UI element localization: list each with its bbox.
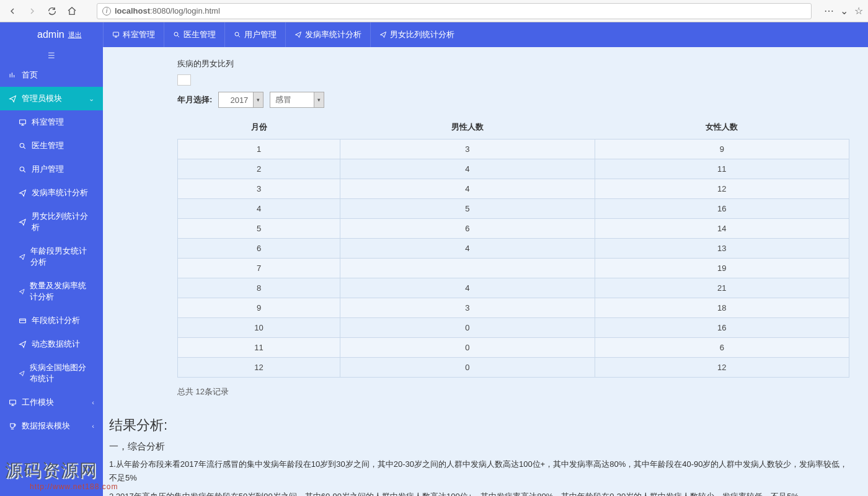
analysis-heading: 结果分析: xyxy=(109,416,849,435)
cell-male: 5 xyxy=(340,199,595,219)
cell-male: 4 xyxy=(340,239,595,259)
tab-发病率统计分析[interactable]: 发病率统计分析 xyxy=(285,22,370,47)
sidebar: ☰ 首页管理员模块⌄科室管理医生管理用户管理发病率统计分析男女比列统计分析年龄段… xyxy=(0,47,103,496)
send-icon xyxy=(379,31,387,38)
sidebar-item-工作模块[interactable]: 工作模块‹ xyxy=(0,391,103,414)
search-icon xyxy=(173,31,180,38)
sidebar-item-数据报表模块[interactable]: 数据报表模块‹ xyxy=(0,414,103,438)
cell-female: 12 xyxy=(595,358,849,378)
logout-link[interactable]: 退出 xyxy=(68,30,82,40)
cell-month: 1 xyxy=(178,140,340,159)
more-icon[interactable]: ⋯ xyxy=(824,5,834,17)
data-table: 月份男性人数女性人数 13924113412451656146413719842… xyxy=(177,115,849,378)
cell-female: 16 xyxy=(595,199,849,219)
send-icon xyxy=(294,31,302,38)
disease-input[interactable] xyxy=(270,95,314,105)
tab-科室管理[interactable]: 科室管理 xyxy=(103,22,164,47)
column-header: 月份 xyxy=(178,115,340,140)
table-row: 5614 xyxy=(178,219,849,239)
disease-select[interactable]: ▾ xyxy=(270,92,324,108)
cell-month: 7 xyxy=(178,259,340,278)
year-input[interactable] xyxy=(219,95,253,105)
sidebar-item-疾病全国地图分布统计[interactable]: 疾病全国地图分布统计 xyxy=(0,356,103,391)
cell-month: 2 xyxy=(178,159,340,179)
tab-用户管理[interactable]: 用户管理 xyxy=(224,22,285,47)
send-icon xyxy=(19,189,27,197)
browser-chrome: i localhost:8080/log/login.html ⋯ ⌄ ☆ xyxy=(0,0,868,22)
analysis-text: 2.2017年高血压的集中发病年龄段在50岁到90岁之间，其中60-90岁之间的… xyxy=(109,490,849,496)
chevron-icon: ⌄ xyxy=(89,95,94,103)
send-icon xyxy=(19,288,25,296)
sidebar-item-数量及发病率统计分析[interactable]: 数量及发病率统计分析 xyxy=(0,274,103,309)
cell-female: 9 xyxy=(595,140,849,159)
search-icon xyxy=(19,166,27,174)
send-icon xyxy=(19,370,25,378)
send-icon xyxy=(19,340,27,348)
tab-男女比列统计分析[interactable]: 男女比列统计分析 xyxy=(370,22,463,47)
cell-male: 3 xyxy=(340,298,595,318)
cell-female: 19 xyxy=(595,259,849,278)
sidebar-item-年段统计分析[interactable]: 年段统计分析 xyxy=(0,309,103,332)
panel-title: 疾病的男女比列 xyxy=(177,58,849,69)
cell-month: 3 xyxy=(178,179,340,199)
sidebar-item-管理员模块[interactable]: 管理员模块⌄ xyxy=(0,87,103,110)
sidebar-item-医生管理[interactable]: 医生管理 xyxy=(0,134,103,157)
search-icon xyxy=(19,142,27,150)
cell-month: 4 xyxy=(178,199,340,219)
table-row: 12012 xyxy=(178,358,849,378)
monitor-icon xyxy=(19,118,27,126)
table-row: 8421 xyxy=(178,278,849,298)
monitor-icon xyxy=(112,31,120,38)
url-bar[interactable]: i localhost:8080/log/login.html xyxy=(97,3,812,19)
cell-female: 6 xyxy=(595,338,849,358)
table-row: 3412 xyxy=(178,179,849,199)
chart-icon xyxy=(9,71,17,79)
cell-month: 5 xyxy=(178,219,340,239)
table-row: 2411 xyxy=(178,159,849,179)
cell-female: 13 xyxy=(595,239,849,259)
cell-month: 10 xyxy=(178,318,340,338)
cell-male: 3 xyxy=(340,140,595,159)
cell-month: 9 xyxy=(178,298,340,318)
filter-row: 年月选择: ▾ ▾ xyxy=(177,92,849,108)
send-icon xyxy=(19,218,27,226)
year-select[interactable]: ▾ xyxy=(218,92,264,108)
sidebar-item-男女比列统计分析[interactable]: 男女比列统计分析 xyxy=(0,205,103,239)
sidebar-item-年龄段男女统计分析[interactable]: 年龄段男女统计分析 xyxy=(0,239,103,274)
sidebar-item-用户管理[interactable]: 用户管理 xyxy=(0,157,103,181)
cell-female: 16 xyxy=(595,318,849,338)
table-row: 4516 xyxy=(178,199,849,219)
checkbox-placeholder[interactable] xyxy=(177,74,191,86)
sidebar-toggle[interactable]: ☰ xyxy=(0,47,103,63)
table-row: 139 xyxy=(178,140,849,159)
dropdown-arrow-icon[interactable]: ▾ xyxy=(253,92,263,107)
column-header: 男性人数 xyxy=(340,115,595,140)
cell-male: 6 xyxy=(340,219,595,239)
reload-button[interactable] xyxy=(45,4,60,19)
chevron-icon: ‹ xyxy=(92,399,94,406)
back-button[interactable] xyxy=(5,4,20,19)
record-count: 总共 12条记录 xyxy=(177,386,849,397)
table-row: 719 xyxy=(178,259,849,278)
sidebar-item-动态数据统计[interactable]: 动态数据统计 xyxy=(0,332,103,356)
brand: admin 退出 xyxy=(0,22,103,47)
tab-医生管理[interactable]: 医生管理 xyxy=(164,22,224,47)
cell-month: 11 xyxy=(178,338,340,358)
pocket-icon[interactable]: ⌄ xyxy=(840,5,848,17)
sidebar-item-科室管理[interactable]: 科室管理 xyxy=(0,110,103,134)
forward-button[interactable] xyxy=(25,4,40,19)
sidebar-item-首页[interactable]: 首页 xyxy=(0,63,103,87)
analysis-subheading: 一，综合分析 xyxy=(109,441,849,453)
cell-female: 14 xyxy=(595,219,849,239)
column-header: 女性人数 xyxy=(595,115,849,140)
sidebar-item-发病率统计分析[interactable]: 发病率统计分析 xyxy=(0,181,103,205)
cell-month: 6 xyxy=(178,239,340,259)
bookmark-icon[interactable]: ☆ xyxy=(854,5,863,17)
topbar: admin 退出 科室管理医生管理用户管理发病率统计分析男女比列统计分析 xyxy=(0,22,868,47)
filter-label: 年月选择: xyxy=(177,94,212,105)
chevron-icon: ‹ xyxy=(92,422,94,430)
home-button[interactable] xyxy=(64,4,79,19)
dropdown-arrow-icon[interactable]: ▾ xyxy=(314,92,324,107)
cell-male: 4 xyxy=(340,278,595,298)
search-icon xyxy=(234,31,241,38)
